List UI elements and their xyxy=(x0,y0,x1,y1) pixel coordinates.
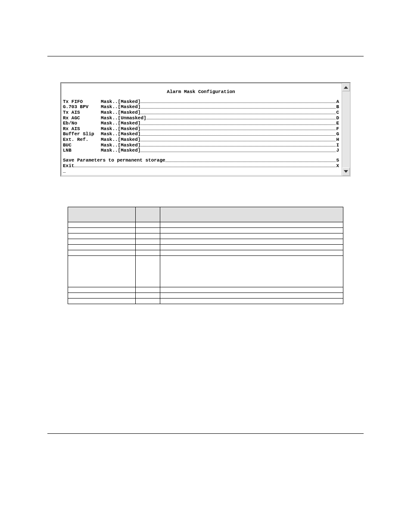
table-row xyxy=(68,255,343,287)
table-cell-option xyxy=(136,233,160,239)
terminal-line: BUCMask..[Masked]I xyxy=(63,143,339,148)
terminal-line-key: H xyxy=(336,137,339,143)
leader-dots xyxy=(140,104,336,109)
table-cell-option xyxy=(136,298,160,304)
table-cell-description xyxy=(160,222,343,227)
page-header-rule xyxy=(47,0,364,56)
table-cell-option xyxy=(136,292,160,298)
terminal-line-mask: Mask..[Unmasked] xyxy=(101,115,146,121)
table-cell-description xyxy=(160,239,343,244)
leader-dots xyxy=(140,110,336,114)
table-cell-description xyxy=(160,287,343,292)
scroll-down-button[interactable] xyxy=(342,168,350,176)
terminal-line-key: F xyxy=(336,126,339,132)
terminal-line: Ext. Ref.Mask..[Masked]H xyxy=(63,137,339,143)
terminal-footer-line: ExitX xyxy=(63,163,339,169)
terminal-line-key: E xyxy=(336,121,339,126)
terminal-line: Tx AISMask..[Masked]C xyxy=(63,110,339,115)
table-header-description xyxy=(160,207,343,222)
terminal-line-mask: Mask..[Masked] xyxy=(101,131,140,137)
terminal-line-key: A xyxy=(336,99,339,105)
terminal-line: Tx FIFOMask..[Masked]A xyxy=(63,99,339,105)
config-table xyxy=(68,207,343,304)
terminal-line-mask: Mask..[Masked] xyxy=(101,143,140,148)
terminal-line-label: Rx AGC xyxy=(63,115,101,121)
terminal-content: Alarm Mask Configuration Tx FIFOMask..[M… xyxy=(62,84,342,175)
leader-dots xyxy=(140,99,336,103)
page-footer-rule xyxy=(47,433,364,442)
table-cell-option xyxy=(136,244,160,250)
table-cell-description xyxy=(160,227,343,233)
table-row xyxy=(68,298,343,304)
terminal-line-key: G xyxy=(336,131,339,137)
table-header-option xyxy=(136,207,160,222)
table-cell-description xyxy=(160,255,343,287)
table-row xyxy=(68,239,343,244)
terminal-footer-text: Save Parameters to permanent storage xyxy=(63,158,165,163)
terminal-line-key: C xyxy=(336,110,339,115)
table-header-row xyxy=(68,207,343,222)
chevron-down-icon xyxy=(344,170,348,173)
table-cell-description xyxy=(160,298,343,304)
table-cell-description xyxy=(160,292,343,298)
terminal-line: Eb/NoMask..[Masked]E xyxy=(63,121,339,126)
terminal-line: Rx AISMask..[Masked]F xyxy=(63,126,339,132)
table-header-selection xyxy=(68,207,136,222)
table-cell-selection xyxy=(68,298,136,304)
table-cell-option xyxy=(136,250,160,255)
terminal-line-label: Tx FIFO xyxy=(63,99,101,105)
terminal-line-key: D xyxy=(336,115,339,121)
table-row xyxy=(68,250,343,255)
leader-dots xyxy=(140,121,336,125)
terminal-line-label: Buffer Slip xyxy=(63,131,101,137)
terminal-line-label: Tx AIS xyxy=(63,110,101,115)
table-cell-option xyxy=(136,227,160,233)
table-row xyxy=(68,287,343,292)
table-cell-option xyxy=(136,287,160,292)
terminal-line: Rx AGCMask..[Unmasked]D xyxy=(63,115,339,121)
table-cell-selection xyxy=(68,239,136,244)
terminal-line-key: B xyxy=(336,104,339,110)
table-cell-option xyxy=(136,239,160,244)
table-row xyxy=(68,244,343,250)
terminal-line-mask: Mask..[Masked] xyxy=(101,99,140,105)
terminal-line-label: Rx AIS xyxy=(63,126,101,132)
terminal-line-mask: Mask..[Masked] xyxy=(101,121,140,126)
terminal-line: G.703 BPVMask..[Masked]B xyxy=(63,104,339,110)
terminal-footer-key: S xyxy=(336,158,339,163)
leader-dots xyxy=(140,126,336,131)
terminal-line-mask: Mask..[Masked] xyxy=(101,148,140,153)
terminal-footer-key: X xyxy=(336,163,339,169)
table-cell-option xyxy=(136,255,160,287)
scroll-up-button[interactable] xyxy=(342,83,350,91)
terminal-frame: Alarm Mask Configuration Tx FIFOMask..[M… xyxy=(60,82,351,177)
terminal-scrollbar[interactable] xyxy=(342,83,350,176)
table-row xyxy=(68,227,343,233)
leader-dots xyxy=(140,143,336,147)
terminal-line-label: Eb/No xyxy=(63,121,101,126)
page: Alarm Mask Configuration Tx FIFOMask..[M… xyxy=(0,0,411,442)
terminal-line-key: I xyxy=(336,143,339,148)
table-cell-description xyxy=(160,250,343,255)
terminal-line-mask: Mask..[Masked] xyxy=(101,137,140,143)
table-cell-description xyxy=(160,244,343,250)
table-cell-selection xyxy=(68,222,136,227)
terminal-line: LNBMask..[Masked]J xyxy=(63,148,339,153)
table-cell-selection xyxy=(68,292,136,298)
leader-dots xyxy=(140,131,336,136)
chevron-up-icon xyxy=(344,86,348,89)
table-cell-selection xyxy=(68,244,136,250)
table-cell-selection xyxy=(68,287,136,292)
table-row xyxy=(68,233,343,239)
terminal-line: Buffer SlipMask..[Masked]G xyxy=(63,131,339,137)
terminal-line-key: J xyxy=(336,148,339,153)
config-table-wrap xyxy=(0,207,411,304)
leader-dots xyxy=(140,148,336,152)
table-cell-description xyxy=(160,233,343,239)
leader-dots xyxy=(165,158,336,162)
leader-dots xyxy=(74,163,336,168)
table-row xyxy=(68,222,343,227)
terminal-line-label: BUC xyxy=(63,143,101,148)
terminal-line-mask: Mask..[Masked] xyxy=(101,126,140,132)
table-cell-selection xyxy=(68,255,136,287)
